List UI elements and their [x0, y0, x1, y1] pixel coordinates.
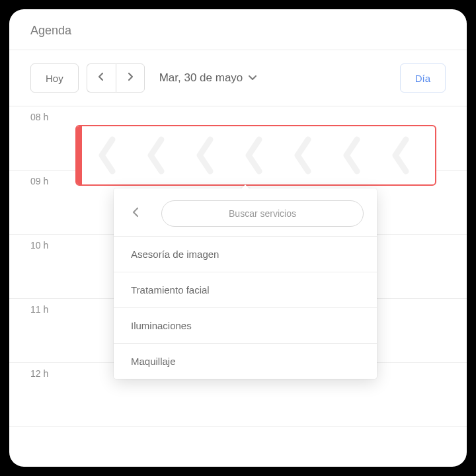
service-item-label: Tratamiento facial — [131, 284, 210, 296]
page-header: Agenda — [9, 9, 467, 50]
service-list-item[interactable]: Iluminaciones — [114, 307, 377, 343]
time-label: 09 h — [30, 176, 48, 186]
time-label: 08 h — [30, 112, 48, 122]
chevron-left-icon — [131, 207, 140, 220]
chevron-left-icon — [97, 72, 106, 84]
date-nav-group — [87, 63, 145, 93]
service-item-label: Maquillaje — [131, 356, 176, 367]
service-picker-popover: Asesoría de imagen Tratamiento facial Il… — [114, 188, 377, 379]
prev-day-button[interactable] — [87, 63, 116, 93]
view-mode-button[interactable]: Día — [400, 63, 446, 93]
current-date-label: Mar, 30 de mayo — [159, 71, 243, 85]
today-label: Hoy — [46, 73, 63, 84]
event-accent-bar — [77, 126, 82, 184]
popover-back-button[interactable] — [127, 205, 144, 222]
event-stripe-decoration — [82, 126, 435, 184]
time-label: 11 h — [30, 304, 48, 315]
time-grid: 08 h 09 h 10 h 11 h 12 h — [9, 106, 467, 427]
toolbar: Hoy Mar, 30 de mayo Día — [9, 50, 467, 106]
service-list-item[interactable]: Maquillaje — [114, 343, 377, 379]
date-picker[interactable]: Mar, 30 de mayo — [159, 71, 258, 85]
service-list-item[interactable]: Asesoría de imagen — [114, 236, 377, 272]
chevron-down-icon — [248, 71, 257, 85]
service-item-label: Asesoría de imagen — [131, 249, 219, 260]
view-mode-label: Día — [415, 73, 430, 84]
service-list-item[interactable]: Tratamiento facial — [114, 272, 377, 307]
today-button[interactable]: Hoy — [30, 63, 79, 93]
popover-header — [114, 188, 377, 236]
next-day-button[interactable] — [116, 63, 145, 93]
app-card: Agenda Hoy Mar, 30 de mayo — [9, 9, 467, 467]
calendar-event-block[interactable] — [75, 125, 436, 186]
popover-arrow — [240, 183, 251, 188]
chevron-right-icon — [126, 72, 135, 84]
service-search-input[interactable] — [161, 200, 364, 227]
service-item-label: Iluminaciones — [131, 320, 192, 331]
time-label: 10 h — [30, 240, 48, 251]
page-title: Agenda — [30, 24, 446, 38]
time-label: 12 h — [30, 368, 48, 379]
